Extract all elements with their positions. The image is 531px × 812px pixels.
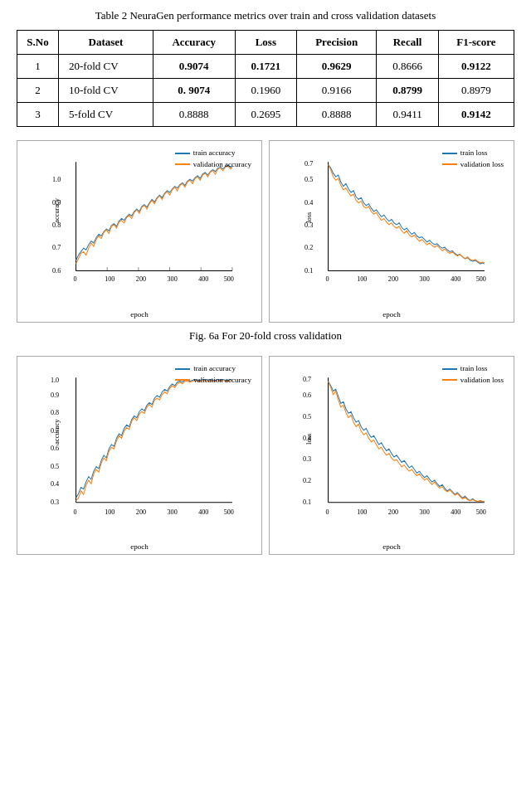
- table-row: 2 10-fold CV 0. 9074 0.1960 0.9166 0.879…: [17, 79, 514, 103]
- cell-loss: 0.1721: [235, 55, 297, 79]
- bottom-right-chart: train loss validation loss 0.1 0.2 0.3 0…: [269, 356, 514, 555]
- cell-sno: 3: [17, 103, 59, 127]
- svg-text:0.1: 0.1: [304, 267, 313, 275]
- svg-text:0.6: 0.6: [52, 267, 61, 275]
- svg-text:300: 300: [420, 508, 430, 516]
- legend-val-loss-2: validation loss: [460, 375, 504, 387]
- legend-val-accuracy: validation accuracy: [193, 159, 251, 171]
- cell-recall: 0.8666: [377, 55, 439, 79]
- svg-text:100: 100: [105, 275, 114, 283]
- svg-text:500: 500: [224, 275, 234, 283]
- svg-text:0: 0: [325, 508, 329, 516]
- cell-dataset: 5-fold CV: [59, 103, 153, 127]
- svg-text:0.4: 0.4: [304, 199, 313, 207]
- table-title: Table 2 NeuraGen performance metrics ove…: [17, 8, 514, 23]
- svg-text:500: 500: [224, 508, 234, 516]
- cell-recall: 0.9411: [377, 103, 439, 127]
- svg-text:500: 500: [476, 275, 486, 283]
- svg-text:400: 400: [198, 275, 208, 283]
- x-axis-label: epoch: [382, 310, 401, 318]
- svg-text:0: 0: [325, 275, 329, 283]
- col-header-loss: Loss: [235, 31, 297, 55]
- cell-f1: 0.9142: [438, 103, 514, 127]
- svg-text:0.5: 0.5: [51, 463, 59, 470]
- svg-text:200: 200: [136, 508, 146, 516]
- cell-accuracy: 0.8888: [153, 103, 235, 127]
- svg-text:200: 200: [136, 275, 146, 283]
- table-row: 1 20-fold CV 0.9074 0.1721 0.9629 0.8666…: [17, 55, 514, 79]
- cell-loss: 0.2695: [235, 103, 297, 127]
- svg-text:400: 400: [451, 508, 460, 516]
- col-header-sno: S.No: [17, 31, 59, 55]
- loss-svg: 0.1 0.2 0.3 0.4 0.5 0.7 0 100 200 300 40…: [303, 158, 489, 297]
- legend-train-loss: train loss: [460, 148, 488, 159]
- cell-dataset: 10-fold CV: [59, 79, 153, 103]
- legend-train-accuracy: train accuracy: [193, 148, 236, 159]
- svg-text:100: 100: [357, 508, 367, 516]
- cell-sno: 2: [17, 79, 59, 103]
- cell-loss: 0.1960: [235, 79, 297, 103]
- chart-legend: train accuracy validation accuracy: [175, 148, 251, 170]
- svg-text:0.7: 0.7: [52, 244, 61, 251]
- col-header-recall: Recall: [377, 31, 439, 55]
- svg-text:0.2: 0.2: [304, 244, 313, 251]
- svg-text:200: 200: [388, 508, 398, 516]
- metrics-table: S.No Dataset Accuracy Loss Precision Rec…: [17, 30, 514, 127]
- accuracy-svg-2: 0.3 0.4 0.5 0.6 0.7 0.8 0.9 1.0 0 100 20…: [51, 373, 236, 529]
- col-header-precision: Precision: [297, 31, 377, 55]
- col-header-f1: F1-score: [438, 31, 514, 55]
- svg-text:0.8: 0.8: [51, 409, 59, 416]
- svg-text:400: 400: [198, 508, 208, 516]
- x-axis-label: epoch: [130, 542, 149, 551]
- legend-train-loss-2: train loss: [460, 363, 488, 375]
- svg-text:500: 500: [476, 508, 486, 516]
- svg-text:0.7: 0.7: [303, 376, 311, 383]
- top-left-chart: train accuracy validation accuracy 0.6 0…: [17, 140, 262, 323]
- chart-legend: train loss validation loss: [442, 148, 504, 170]
- accuracy-svg: 0.6 0.7 0.8 0.9 1.0 0 100 200 300 400 50…: [51, 158, 236, 297]
- svg-text:0.9: 0.9: [51, 391, 59, 399]
- cell-dataset: 20-fold CV: [59, 55, 153, 79]
- cell-precision: 0.9629: [297, 55, 377, 79]
- cell-accuracy: 0.9074: [153, 55, 235, 79]
- col-header-accuracy: Accuracy: [153, 31, 235, 55]
- svg-text:loss: loss: [305, 212, 313, 223]
- cell-precision: 0.8888: [297, 103, 377, 127]
- bottom-charts-row: train accuracy valication accuracy 0.3 0…: [17, 356, 514, 555]
- cell-recall: 0.8799: [377, 79, 439, 103]
- col-header-dataset: Dataset: [59, 31, 153, 55]
- top-right-chart: train loss validation loss 0.1 0.2 0.3 0…: [269, 140, 514, 323]
- svg-text:0.5: 0.5: [304, 176, 313, 183]
- svg-text:1.0: 1.0: [51, 377, 59, 384]
- svg-text:300: 300: [420, 275, 430, 283]
- svg-text:0.5: 0.5: [303, 413, 311, 421]
- svg-text:accuracy: accuracy: [53, 419, 61, 445]
- cell-precision: 0.9166: [297, 79, 377, 103]
- legend-train-accuracy-2: train accuracy: [193, 363, 236, 375]
- svg-text:0: 0: [73, 275, 76, 283]
- table-row: 3 5-fold CV 0.8888 0.2695 0.8888 0.9411 …: [17, 103, 514, 127]
- svg-text:0.6: 0.6: [51, 445, 59, 452]
- svg-text:100: 100: [357, 275, 367, 283]
- svg-text:accuracy: accuracy: [53, 197, 61, 223]
- svg-text:0.3: 0.3: [303, 455, 311, 463]
- bottom-left-chart: train accuracy valication accuracy 0.3 0…: [17, 356, 262, 555]
- svg-text:0: 0: [73, 508, 76, 516]
- cell-accuracy: 0. 9074: [153, 79, 235, 103]
- x-axis-label: epoch: [382, 542, 401, 551]
- svg-text:300: 300: [168, 508, 178, 516]
- svg-text:300: 300: [168, 275, 178, 283]
- x-axis-label: epoch: [130, 310, 149, 318]
- svg-text:400: 400: [451, 275, 460, 283]
- chart-legend: train loss validation loss: [442, 363, 504, 386]
- svg-text:1.0: 1.0: [52, 176, 61, 183]
- cell-sno: 1: [17, 55, 59, 79]
- cell-f1: 0.9122: [438, 55, 514, 79]
- svg-text:0.3: 0.3: [51, 498, 59, 506]
- figure-caption: Fig. 6a For 20-fold cross validation: [17, 329, 514, 343]
- svg-text:0.2: 0.2: [303, 477, 311, 484]
- svg-text:loss: loss: [305, 434, 313, 445]
- chart-legend: train accuracy valication accuracy: [175, 363, 251, 386]
- legend-val-loss: validation loss: [460, 159, 504, 171]
- svg-text:0.1: 0.1: [303, 498, 311, 506]
